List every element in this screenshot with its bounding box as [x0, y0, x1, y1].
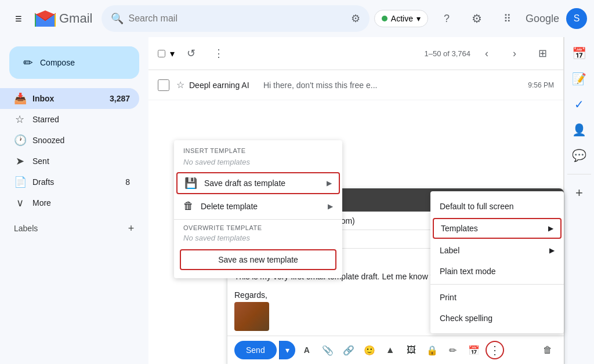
- refresh-button[interactable]: ↺: [179, 42, 202, 65]
- save-draft-submenu-arrow-icon: ▶: [327, 179, 332, 187]
- right-sidebar: 📅 📝 ✓ 👤 💬 +: [564, 37, 594, 364]
- save-draft-icon: 💾: [184, 177, 197, 190]
- default-fullscreen-item[interactable]: Default to full screen: [430, 196, 564, 217]
- schedule-button[interactable]: 📅: [465, 341, 483, 359]
- search-input[interactable]: [128, 13, 346, 24]
- next-page-button[interactable]: ›: [503, 42, 526, 65]
- inbox-icon: 📥: [14, 92, 26, 105]
- add-label-button[interactable]: +: [123, 220, 139, 236]
- overwrite-template-label: OVERWRITE TEMPLATE: [174, 222, 342, 232]
- print-item[interactable]: Print: [430, 287, 564, 308]
- star-icon[interactable]: ☆: [176, 79, 184, 90]
- prev-page-button[interactable]: ‹: [475, 42, 498, 65]
- check-spelling-label: Check spelling: [440, 314, 492, 323]
- view-toggle-icon: ⊞: [538, 47, 547, 60]
- refresh-icon: ↺: [187, 47, 195, 60]
- dropdown-arrow-icon: ▾: [170, 48, 175, 59]
- chat-icon[interactable]: 💬: [568, 144, 591, 167]
- send-dropdown-arrow-icon: ▾: [285, 345, 289, 355]
- search-bar[interactable]: 🔍 ⚙: [102, 5, 369, 32]
- view-toggle-button[interactable]: ⊞: [531, 42, 554, 65]
- google-text: Google: [526, 13, 559, 25]
- more-toolbar-button[interactable]: ⋮: [207, 42, 230, 65]
- delete-template-label: Delete template: [201, 202, 258, 211]
- check-spelling-item[interactable]: Check spelling: [430, 308, 564, 329]
- filter-icon[interactable]: ⚙: [351, 12, 360, 25]
- drive-icon: ▲: [386, 345, 395, 355]
- link-icon: 🔗: [343, 345, 354, 356]
- email-count: 1–50 of 3,764: [424, 49, 470, 58]
- delete-draft-button[interactable]: 🗑: [538, 341, 557, 359]
- select-all-checkbox[interactable]: [158, 50, 165, 57]
- sidebar-item-sent[interactable]: ➤ Sent: [0, 151, 139, 172]
- sidebar-item-more[interactable]: ∨ More: [0, 192, 139, 213]
- more-toolbar-icon: ⋮: [213, 47, 224, 60]
- hamburger-button[interactable]: ☰: [7, 7, 30, 30]
- emoji-button[interactable]: 🙂: [360, 341, 379, 359]
- keep-icon[interactable]: 📝: [568, 67, 591, 90]
- inbox-label: Inbox: [32, 94, 103, 103]
- more-options-icon: ⋮: [489, 343, 501, 357]
- more-options-button[interactable]: ⋮: [486, 341, 504, 359]
- photo-button[interactable]: 🖼: [402, 341, 421, 359]
- templates-label: Templates: [441, 224, 478, 233]
- email-checkbox[interactable]: [158, 79, 169, 91]
- snoozed-icon: 🕐: [14, 134, 26, 147]
- save-as-new-template-button[interactable]: Save as new template: [180, 249, 336, 270]
- default-fullscreen-label: Default to full screen: [440, 202, 514, 211]
- avatar[interactable]: S: [566, 8, 587, 29]
- help-button[interactable]: ?: [435, 7, 458, 30]
- gmail-text: Gmail: [59, 11, 92, 26]
- hamburger-icon: ☰: [15, 14, 22, 23]
- labels-section: Labels +: [0, 213, 148, 239]
- calendar-icon[interactable]: 📅: [568, 42, 591, 65]
- templates-submenu-arrow-icon: ▶: [548, 224, 553, 232]
- contacts-icon[interactable]: 👤: [568, 118, 591, 141]
- active-status[interactable]: Active ▾: [374, 10, 428, 27]
- sidebar-item-starred[interactable]: ☆ Starred: [0, 109, 139, 130]
- topbar-right: Active ▾ ? ⚙ ⠿ Google S: [374, 7, 587, 30]
- signature-icon: ✏: [449, 345, 457, 356]
- email-sender: Deepl earning AI: [189, 81, 259, 90]
- compose-image: [234, 302, 269, 331]
- delete-template-icon: 🗑: [183, 200, 194, 212]
- attachment-button[interactable]: 📎: [318, 341, 337, 359]
- lock-button[interactable]: 🔒: [423, 341, 441, 359]
- inbox-count: 3,287: [110, 94, 130, 103]
- gmail-m-logo: [35, 10, 56, 27]
- signature-button[interactable]: ✏: [444, 341, 462, 359]
- tasks-icon[interactable]: ✓: [568, 93, 591, 116]
- delete-template-submenu-arrow-icon: ▶: [328, 202, 333, 210]
- save-draft-label: Save draft as template: [204, 179, 285, 188]
- sidebar-item-inbox[interactable]: 📥 Inbox 3,287: [0, 88, 139, 109]
- send-button[interactable]: Send: [234, 341, 277, 359]
- overwrite-no-templates: No saved templates: [174, 232, 342, 246]
- compose-button[interactable]: ✏ Compose: [9, 46, 139, 79]
- send-label: Send: [246, 345, 265, 355]
- link-button[interactable]: 🔗: [339, 341, 358, 359]
- format-button[interactable]: A: [298, 341, 316, 359]
- settings-button[interactable]: ⚙: [465, 7, 488, 30]
- delete-template-button[interactable]: 🗑 Delete template ▶: [174, 195, 342, 217]
- sent-icon: ➤: [14, 155, 26, 168]
- send-dropdown-button[interactable]: ▾: [279, 341, 295, 359]
- active-dropdown-icon: ▾: [416, 14, 421, 23]
- sidebar-item-snoozed[interactable]: 🕐 Snoozed: [0, 130, 139, 151]
- sidebar: ✏ Compose 📥 Inbox 3,287 ☆ Starred 🕐 Snoo…: [0, 37, 148, 364]
- email-list-toolbar: ▾ ↺ ⋮ 1–50 of 3,764 ‹ › ⊞: [148, 37, 563, 70]
- add-app-button[interactable]: +: [568, 181, 591, 205]
- plain-text-item[interactable]: Plain text mode: [430, 261, 564, 282]
- labels-title: Labels: [14, 224, 38, 233]
- drafts-label: Drafts: [32, 177, 118, 187]
- drive-button[interactable]: ▲: [381, 341, 400, 359]
- label-item[interactable]: Label ▶: [430, 240, 564, 261]
- templates-item[interactable]: Templates ▶: [433, 218, 562, 239]
- apps-button[interactable]: ⠿: [495, 7, 519, 30]
- sidebar-item-drafts[interactable]: 📄 Drafts 8: [0, 172, 139, 192]
- table-row[interactable]: ☆ Deepl earning AI Hi there, don't miss …: [148, 70, 563, 100]
- label-submenu-arrow-icon: ▶: [549, 246, 555, 254]
- save-draft-as-template-button[interactable]: 💾 Save draft as template ▶: [176, 172, 340, 194]
- search-icon: 🔍: [111, 12, 124, 25]
- insert-template-menu: INSERT TEMPLATE No saved templates 💾 Sav…: [174, 140, 342, 278]
- photo-icon: 🖼: [407, 345, 416, 355]
